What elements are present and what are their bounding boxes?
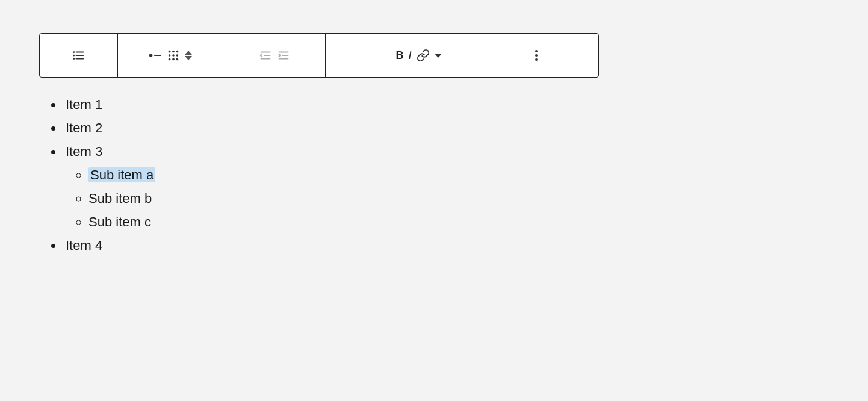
svg-point-10 (176, 51, 179, 53)
list-item[interactable]: Item 1 (63, 95, 829, 114)
sub-list: Sub item a Sub item b Sub item c (66, 165, 829, 232)
more-options-icon[interactable] (535, 50, 538, 61)
toolbar-group-format: B I (326, 34, 512, 77)
grid-icon[interactable] (167, 49, 180, 62)
bold-button[interactable]: B (395, 49, 403, 62)
svg-point-12 (172, 54, 175, 57)
list-item-text: Item 4 (66, 238, 102, 253)
list-type-icon[interactable] (72, 49, 85, 62)
list-item[interactable]: Item 4 (63, 235, 829, 255)
format-dropdown-icon[interactable] (435, 54, 442, 58)
editor-container: B I (0, 0, 868, 292)
link-icon[interactable] (417, 49, 430, 62)
sub-item-text: Sub item c (88, 214, 151, 229)
outdent-icon[interactable] (259, 49, 272, 62)
toolbar-group-list-type (40, 34, 118, 77)
svg-point-13 (176, 54, 179, 57)
toolbar-group-more (512, 34, 560, 77)
reorder-icon[interactable] (185, 51, 192, 60)
svg-point-16 (176, 58, 179, 61)
svg-point-9 (172, 51, 175, 53)
sub-item-text: Sub item b (88, 191, 152, 206)
list-item-text: Item 2 (66, 120, 102, 135)
sub-list-item[interactable]: Sub item a (88, 165, 829, 185)
svg-point-14 (169, 58, 171, 61)
content-area: Item 1 Item 2 Item 3 Sub item a Sub item… (39, 95, 829, 255)
svg-point-6 (149, 54, 153, 57)
sub-list-item[interactable]: Sub item c (88, 212, 829, 232)
toolbar-group-indent (223, 34, 326, 77)
list-item-text: Item 1 (66, 97, 102, 112)
list-item[interactable]: Item 3 Sub item a Sub item b Sub item c (63, 141, 829, 232)
indent-icon[interactable] (277, 49, 290, 62)
bullet-dash-icon[interactable] (149, 49, 162, 62)
italic-button[interactable]: I (408, 49, 411, 62)
svg-point-8 (169, 51, 171, 53)
sub-list-item[interactable]: Sub item b (88, 188, 829, 208)
toolbar-group-bullet-style (118, 34, 223, 77)
toolbar: B I (39, 33, 599, 78)
selected-sub-item-text: Sub item a (88, 167, 155, 182)
list-item[interactable]: Item 2 (63, 118, 829, 138)
main-list: Item 1 Item 2 Item 3 Sub item a Sub item… (51, 95, 829, 255)
svg-point-11 (169, 54, 171, 57)
svg-point-15 (172, 58, 175, 61)
list-item-text: Item 3 (66, 144, 102, 159)
